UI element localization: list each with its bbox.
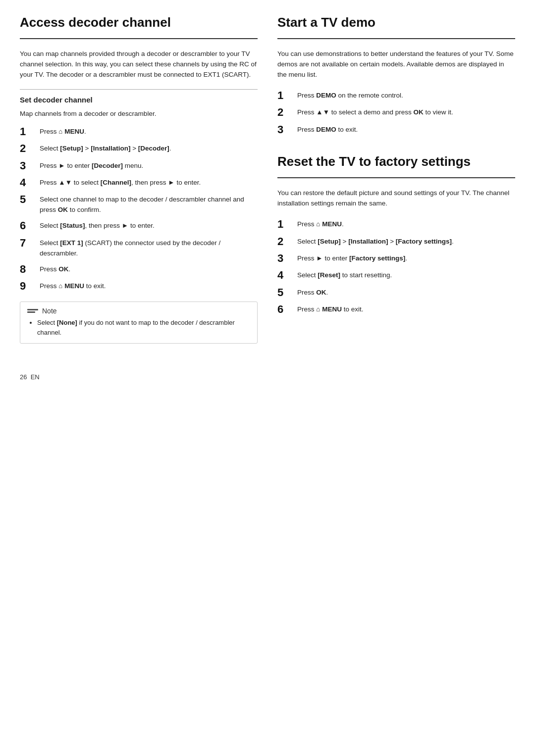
reset-step-2: 2 Select [Setup] > [Installation] > [Fac…: [277, 235, 515, 248]
note-label: Note: [42, 307, 57, 315]
step-number-2: 2: [20, 142, 36, 155]
reset-tv-section: Reset the TV to factory settings You can…: [277, 154, 515, 316]
step-9: 9 Press ⌂ MENU to exit.: [20, 280, 258, 293]
step-text-9: Press ⌂ MENU to exit.: [40, 280, 258, 292]
step-text-3: Press ► to enter [Decoder] menu.: [40, 159, 258, 171]
step-number-5: 5: [20, 193, 36, 206]
page-footer: 26 EN: [20, 373, 515, 381]
step-number-4: 4: [20, 176, 36, 189]
set-decoder-subtitle: Set decoder channel: [20, 89, 258, 104]
reset-step-number-5: 5: [277, 286, 293, 299]
reset-step-number-3: 3: [277, 252, 293, 265]
left-column: Access decoder channel You can map chann…: [20, 15, 258, 358]
demo-step-1: 1 Press DEMO on the remote control.: [277, 89, 515, 102]
step-1: 1 Press ⌂ MENU.: [20, 125, 258, 138]
reset-step-6: 6 Press ⌂ MENU to exit.: [277, 303, 515, 316]
start-tv-demo-title: Start a TV demo: [277, 15, 515, 30]
page-layout: Access decoder channel You can map chann…: [20, 15, 515, 358]
reset-step-number-4: 4: [277, 269, 293, 282]
demo-step-number-3: 3: [277, 123, 293, 136]
step-2: 2 Select [Setup] > [Installation] > [Dec…: [20, 142, 258, 155]
decoder-steps: 1 Press ⌂ MENU. 2 Select [Setup] > [Inst…: [20, 125, 258, 293]
demo-step-2: 2 Press ▲▼ to select a demo and press OK…: [277, 106, 515, 119]
note-box: Note Select [None] if you do not want to…: [20, 302, 258, 344]
reset-tv-title: Reset the TV to factory settings: [277, 154, 515, 169]
step-number-7: 7: [20, 237, 36, 250]
step-4: 4 Press ▲▼ to select [Channel], then pre…: [20, 176, 258, 189]
step-8: 8 Press OK.: [20, 263, 258, 276]
note-header: Note: [27, 307, 250, 315]
demo-step-text-1: Press DEMO on the remote control.: [297, 89, 515, 101]
page-number: 26: [20, 373, 27, 381]
access-decoder-section: Access decoder channel You can map chann…: [20, 15, 258, 344]
note-icon: [27, 309, 38, 313]
note-content: Select [None] if you do not want to map …: [27, 318, 250, 337]
reset-step-text-2: Select [Setup] > [Installation] > [Facto…: [297, 235, 515, 247]
reset-tv-intro: You can restore the default picture and …: [277, 188, 515, 209]
start-tv-demo-section: Start a TV demo You can use demonstratio…: [277, 15, 515, 136]
top-divider-left: [20, 38, 258, 39]
step-number-3: 3: [20, 159, 36, 172]
reset-step-3: 3 Press ► to enter [Factory settings].: [277, 252, 515, 265]
step-number-8: 8: [20, 263, 36, 276]
reset-step-text-6: Press ⌂ MENU to exit.: [297, 303, 515, 315]
reset-step-number-6: 6: [277, 303, 293, 316]
top-divider-right2: [277, 177, 515, 178]
step-text-8: Press OK.: [40, 263, 258, 275]
demo-step-text-3: Press DEMO to exit.: [297, 123, 515, 135]
step-text-4: Press ▲▼ to select [Channel], then press…: [40, 176, 258, 188]
reset-step-1: 1 Press ⌂ MENU.: [277, 218, 515, 231]
demo-step-text-2: Press ▲▼ to select a demo and press OK t…: [297, 106, 515, 118]
demo-step-number-2: 2: [277, 106, 293, 119]
step-text-7: Select [EXT 1] (SCART) the connector use…: [40, 237, 258, 259]
lang-indicator: EN: [31, 373, 40, 381]
access-decoder-intro: You can map channels provided through a …: [20, 49, 258, 80]
step-6: 6 Select [Status], then press ► to enter…: [20, 219, 258, 232]
step-3: 3 Press ► to enter [Decoder] menu.: [20, 159, 258, 172]
reset-step-text-4: Select [Reset] to start resetting.: [297, 269, 515, 281]
demo-step-number-1: 1: [277, 89, 293, 102]
reset-step-text-3: Press ► to enter [Factory settings].: [297, 252, 515, 264]
start-tv-demo-intro: You can use demonstrations to better und…: [277, 49, 515, 80]
step-7: 7 Select [EXT 1] (SCART) the connector u…: [20, 237, 258, 259]
reset-step-number-1: 1: [277, 218, 293, 231]
reset-step-text-1: Press ⌂ MENU.: [297, 218, 515, 230]
top-divider-right1: [277, 38, 515, 39]
step-text-1: Press ⌂ MENU.: [40, 125, 258, 137]
reset-step-4: 4 Select [Reset] to start resetting.: [277, 269, 515, 282]
demo-step-3: 3 Press DEMO to exit.: [277, 123, 515, 136]
step-text-2: Select [Setup] > [Installation] > [Decod…: [40, 142, 258, 154]
step-number-1: 1: [20, 125, 36, 138]
reset-step-5: 5 Press OK.: [277, 286, 515, 299]
step-number-9: 9: [20, 280, 36, 293]
reset-steps: 1 Press ⌂ MENU. 2 Select [Setup] > [Inst…: [277, 218, 515, 316]
step-text-5: Select one channel to map to the decoder…: [40, 193, 258, 215]
step-number-6: 6: [20, 219, 36, 232]
reset-step-number-2: 2: [277, 235, 293, 248]
step-text-6: Select [Status], then press ► to enter.: [40, 219, 258, 231]
demo-steps: 1 Press DEMO on the remote control. 2 Pr…: [277, 89, 515, 136]
reset-step-text-5: Press OK.: [297, 286, 515, 298]
access-decoder-title: Access decoder channel: [20, 15, 258, 30]
step-5: 5 Select one channel to map to the decod…: [20, 193, 258, 215]
right-column: Start a TV demo You can use demonstratio…: [277, 15, 515, 358]
set-decoder-intro: Map channels from a decoder or descrambl…: [20, 109, 258, 119]
